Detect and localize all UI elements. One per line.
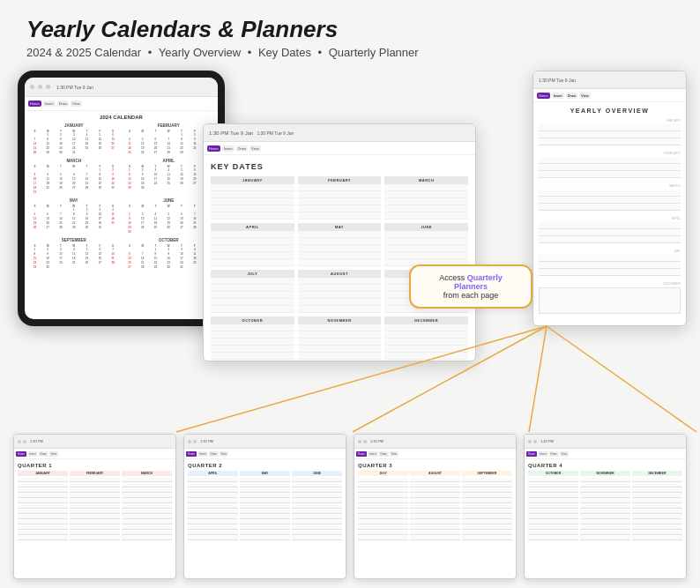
kd-col-mar: MARCH xyxy=(384,176,468,220)
key-dates-time: 1:30 PM Tue 9 Jan xyxy=(209,130,253,136)
subtitle-quarterly: Quarterly Planner xyxy=(329,46,419,59)
yearly-lines: JANUARY FEBRUARY MARCH xyxy=(539,119,681,317)
q3-jul-header: JULY xyxy=(358,471,408,476)
month-october: OCTOBER SMTWTFS --12345 6789101112 13141… xyxy=(123,238,215,270)
kd-home-btn[interactable]: Home xyxy=(207,145,220,152)
yearly-section-may: MAY xyxy=(539,249,681,276)
key-dates-toolbar: Home Insert Draw View xyxy=(204,142,475,155)
month-may: MAY SMTWTFS ---1234 567891011 1213141516… xyxy=(28,198,120,234)
kd-dec-header: DECEMBER xyxy=(384,316,468,324)
q4-insert-btn[interactable]: Insert xyxy=(538,451,548,457)
q2-insert-btn[interactable]: Insert xyxy=(197,451,208,457)
q4-nov-col xyxy=(580,478,630,540)
key-dates-device: 1:30 PM Tue 9 Jan 1:30 PM Tue 9 Jan Home… xyxy=(203,123,476,361)
yearly-bar-time: 1:30 PM Tue 9 Jan xyxy=(539,78,576,83)
callout-text-prefix: Access xyxy=(439,273,467,282)
month-may-title: MAY xyxy=(28,198,120,203)
q2-jun-header: JUNE xyxy=(292,471,342,476)
yearly-section-apr: APRIL xyxy=(539,217,681,243)
q4-draw-btn[interactable]: Draw xyxy=(549,451,559,457)
kd-col-feb: FEBRUARY xyxy=(298,176,382,220)
kd-nov2-header: NOVEMBER xyxy=(298,316,382,324)
kd-row-2: APRIL MAY JUNE xyxy=(211,223,468,266)
q3-data-rows xyxy=(358,478,512,540)
q2-draw-btn[interactable]: Draw xyxy=(209,451,219,457)
kd-col-oct: OCTOBER xyxy=(211,316,294,360)
q3-home-btn[interactable]: Home xyxy=(356,451,367,457)
kd-jan-header: JANUARY xyxy=(211,176,294,184)
q4-nov-header: NOVEMBER xyxy=(580,471,630,476)
subtitle-year: 2024 & 2025 Calendar xyxy=(26,46,141,59)
yo-view-btn[interactable]: View xyxy=(579,93,591,99)
calendar-content: 2024 CALENDAR JANUARY S M T W T F S xyxy=(25,111,218,273)
kd-draw-btn[interactable]: Draw xyxy=(236,145,248,152)
app-bar-left: 1:30 PM Tue 9 Jan xyxy=(25,78,218,97)
q3-jul-col xyxy=(358,478,408,540)
top-devices-area: 1:30 PM Tue 9 Jan Home Insert Draw View … xyxy=(0,71,700,353)
bullet-1: • xyxy=(148,46,153,59)
calendar-title: 2024 CALENDAR xyxy=(28,115,214,120)
kd-col-nov2: NOVEMBER xyxy=(298,316,382,360)
q1-view-btn[interactable]: View xyxy=(49,451,58,457)
q2-months-row: APRIL MAY JUNE xyxy=(188,471,342,476)
kd-row-1: JANUARY FEBRUARY MARCH xyxy=(211,176,468,220)
q1-home-btn[interactable]: Home xyxy=(16,451,26,457)
month-april: APRIL SMTWTFS 1234567 891011121314 15161… xyxy=(123,159,215,195)
yearly-bar: 1:30 PM Tue 9 Jan xyxy=(533,71,686,89)
q4-data-rows xyxy=(528,478,682,540)
bullet-2: • xyxy=(248,46,252,59)
q4-bar: 1:30 PM xyxy=(525,435,686,449)
kd-col-aug: AUGUST xyxy=(298,270,382,313)
kd-col-may: MAY xyxy=(298,223,382,266)
q2-view-btn[interactable]: View xyxy=(220,451,228,457)
kd-view-btn[interactable]: View xyxy=(249,145,261,152)
q4-view-btn[interactable]: View xyxy=(560,451,569,457)
app-bar-dot-3 xyxy=(46,85,50,89)
q3-sep-col xyxy=(462,478,512,540)
yo-home-btn[interactable]: Home xyxy=(537,93,550,99)
month-feb-title: FEBRUARY xyxy=(123,123,215,128)
q3-months-row: JULY AUGUST SEPTEMBER xyxy=(358,471,512,476)
yearly-toolbar: Home Insert Draw View xyxy=(533,89,686,102)
bullet-3: • xyxy=(318,46,323,59)
draw-btn[interactable]: Draw xyxy=(57,100,69,107)
q3-view-btn[interactable]: View xyxy=(390,451,398,457)
yo-draw-btn[interactable]: Draw xyxy=(566,93,577,99)
q4-home-btn[interactable]: Home xyxy=(526,451,537,457)
q1-data-rows xyxy=(18,478,172,540)
q2-data-rows xyxy=(188,478,342,540)
kd-col-jan: JANUARY xyxy=(211,176,294,220)
insert-btn[interactable]: Insert xyxy=(43,100,56,107)
yo-insert-btn[interactable]: Insert xyxy=(552,93,564,99)
app-bar-dot xyxy=(30,85,34,89)
q1-feb-header: FEBRUARY xyxy=(70,471,120,476)
kd-jul-header: JULY xyxy=(211,270,294,278)
q2-title: QUARTER 2 xyxy=(188,463,342,468)
q3-insert-btn[interactable]: Insert xyxy=(368,451,378,457)
month-jun-title: JUNE xyxy=(123,198,215,203)
q1-content: QUARTER 1 JANUARY FEBRUARY MARCH xyxy=(14,459,175,544)
q2-bar: 1:30 PM xyxy=(184,435,346,449)
q4-content: QUARTER 4 OCTOBER NOVEMBER DECEMBER xyxy=(525,459,686,544)
q1-draw-btn[interactable]: Draw xyxy=(39,451,48,457)
q3-draw-btn[interactable]: Draw xyxy=(379,451,389,457)
month-september: SEPTEMBER SMTWTFS 1234567 891011121314 1… xyxy=(28,238,120,270)
q2-home-btn[interactable]: Home xyxy=(186,451,197,457)
yearly-overview-device: 1:30 PM Tue 9 Jan Home Insert Draw View … xyxy=(532,71,687,326)
yearly-section-feb: FEBRUARY xyxy=(539,152,681,178)
yearly-section-jan: JANUARY xyxy=(539,119,681,145)
q1-insert-btn[interactable]: Insert xyxy=(27,451,38,457)
q4-oct-col xyxy=(528,478,578,540)
q4-oct-header: OCTOBER xyxy=(528,471,578,476)
kd-insert-btn[interactable]: Insert xyxy=(222,145,235,152)
kd-aug-header: AUGUST xyxy=(298,270,382,278)
month-march: MARCH SMTWTFS -----12 3456789 1011121314… xyxy=(28,159,120,195)
months-grid: JANUARY S M T W T F S -123456 7891011121… xyxy=(28,123,214,270)
home-btn[interactable]: Home xyxy=(28,100,41,107)
q4-bar-time: 1:30 PM xyxy=(540,439,554,443)
key-dates-app: 1:30 PM Tue 9 Jan xyxy=(257,130,294,136)
kd-jun-header: JUNE xyxy=(384,223,468,231)
view-btn[interactable]: View xyxy=(71,100,82,107)
callout-bubble: Access Quarterly Planners from each page xyxy=(409,264,532,309)
q1-jan-header: JANUARY xyxy=(18,471,68,476)
